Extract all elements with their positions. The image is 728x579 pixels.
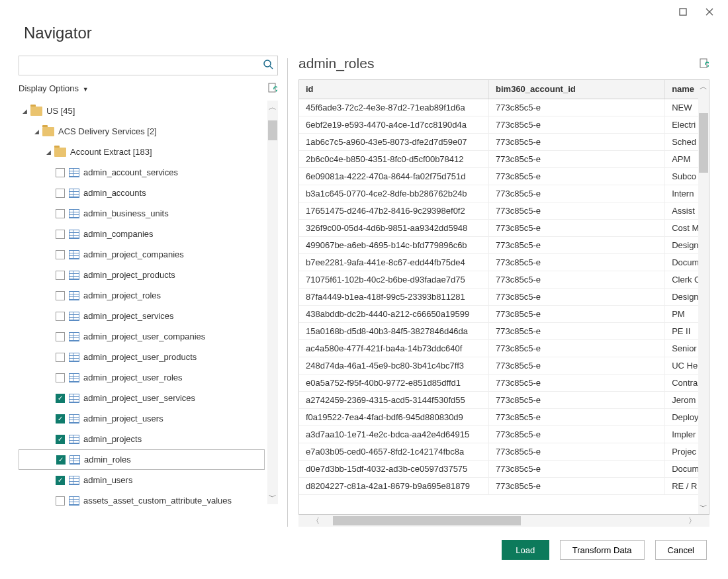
search-icon[interactable] — [263, 59, 273, 72]
grid-row[interactable]: 6ebf2e19-e593-4470-a4ce-1d7cc8190d4a773c… — [299, 116, 709, 133]
close-icon[interactable] — [696, 3, 723, 21]
grid-row[interactable]: 45f6ade3-72c2-4e3e-87d2-71eab89f1d6a773c… — [299, 99, 709, 116]
grid-row[interactable]: e7a03b05-ced0-4657-8fd2-1c42174fbc8a773c… — [299, 443, 709, 460]
refresh-tree-icon[interactable] — [267, 83, 278, 93]
checkbox[interactable] — [56, 271, 65, 280]
grid-row[interactable]: b3a1c645-0770-4ce2-8dfe-bb286762b24b773c… — [299, 185, 709, 202]
grid-row[interactable]: 248d74da-46a1-45e9-bc80-3b41c4bc7ff3773c… — [299, 357, 709, 374]
tree-label: admin_project_companies — [83, 249, 184, 259]
checkbox[interactable] — [56, 332, 65, 341]
checkbox[interactable] — [56, 209, 65, 218]
tree-item-admin_project_companies[interactable]: admin_project_companies — [19, 244, 265, 265]
checkbox[interactable] — [56, 373, 65, 382]
maximize-icon[interactable] — [670, 3, 696, 21]
table-icon — [69, 476, 79, 485]
tree-folder-us[interactable]: ◢US [45] — [19, 101, 265, 121]
grid-row[interactable]: 71075f61-102b-40c2-b6be-d93fadae7d75773c… — [299, 271, 709, 288]
cell-id: d0e7d3bb-15df-4032-ad3b-ce0597d37575 — [299, 460, 489, 477]
checkbox[interactable] — [56, 250, 65, 259]
grid-row[interactable]: 326f9c00-05d4-4d6b-9851-aa9342dd5948773c… — [299, 219, 709, 236]
tree-item-admin_project_roles[interactable]: admin_project_roles — [19, 285, 265, 306]
tree-item-admin_account_services[interactable]: admin_account_services — [19, 162, 265, 183]
search-input[interactable] — [23, 60, 263, 71]
tree-folder-account-extract[interactable]: ◢Account Extract [183] — [19, 142, 265, 162]
scroll-up-icon[interactable]: ︿ — [700, 80, 707, 94]
checkbox[interactable] — [56, 435, 65, 444]
tree-folder-acs[interactable]: ◢ACS Delivery Services [2] — [19, 121, 265, 142]
dialog-header: Navigator — [0, 24, 728, 50]
column-header-account[interactable]: bim360_account_id — [489, 80, 665, 99]
checkbox[interactable] — [56, 291, 65, 300]
checkbox[interactable] — [56, 394, 65, 403]
cancel-button[interactable]: Cancel — [655, 540, 707, 560]
grid-vertical-scrollbar[interactable]: ︿ ﹀ — [698, 80, 709, 514]
tree-item-admin_roles[interactable]: admin_roles — [19, 449, 265, 470]
tree-item-admin_project_user_products[interactable]: admin_project_user_products — [19, 347, 265, 367]
grid-row[interactable]: d8204227-c81a-42a1-8679-b9a695e81879773c… — [299, 477, 709, 494]
grid-row[interactable]: f0a19522-7ea4-4fad-bdf6-945d880830d9773c… — [299, 408, 709, 425]
scroll-right-icon[interactable]: 〉 — [675, 515, 709, 527]
scroll-up-icon[interactable]: ︿ — [269, 101, 277, 114]
grid-row[interactable]: 15a0168b-d5d8-40b3-84f5-3827846d46da773c… — [299, 322, 709, 339]
grid-row[interactable]: a3d7aa10-1e71-4e2c-bdca-aa42e4d64915773c… — [299, 425, 709, 443]
grid-row[interactable]: 1ab6c7c5-a960-43e5-8073-dfe2d7d59e07773c… — [299, 133, 709, 150]
scroll-down-icon[interactable]: ﹀ — [269, 490, 277, 504]
panel-divider — [287, 58, 288, 527]
tree-item-admin_project_products[interactable]: admin_project_products — [19, 265, 265, 285]
checkbox[interactable] — [56, 476, 65, 485]
cell-account: 773c85c5-e — [489, 150, 665, 167]
scrollbar-thumb[interactable] — [333, 516, 521, 525]
transform-data-button[interactable]: Transform Data — [560, 540, 645, 560]
checkbox[interactable] — [56, 455, 66, 465]
tree-item-admin_accounts[interactable]: admin_accounts — [19, 183, 265, 203]
expand-arrow-icon[interactable]: ◢ — [23, 108, 30, 114]
tree-item-admin_project_services[interactable]: admin_project_services — [19, 306, 265, 326]
cell-account: 773c85c5-e — [489, 236, 665, 253]
checkbox[interactable] — [56, 414, 65, 423]
load-button[interactable]: Load — [502, 540, 549, 560]
tree-item-admin_project_users[interactable]: admin_project_users — [19, 408, 265, 429]
tree-item-admin_project_user_roles[interactable]: admin_project_user_roles — [19, 367, 265, 388]
tree-item-admin_users[interactable]: admin_users — [19, 470, 265, 490]
grid-row[interactable]: 6e09081a-4222-470a-8644-fa02f75d751d773c… — [299, 167, 709, 185]
tree-scrollbar[interactable]: ︿ ﹀ — [267, 101, 278, 504]
grid-row[interactable]: 2b6c0c4e-b850-4351-8fc0-d5cf00b78412773c… — [299, 150, 709, 167]
column-header-id[interactable]: id — [299, 80, 489, 99]
scrollbar-thumb[interactable] — [268, 120, 277, 140]
grid-row[interactable]: 438abddb-dc2b-4440-a212-c66650a19599773c… — [299, 305, 709, 322]
scroll-left-icon[interactable]: 〈 — [298, 515, 333, 527]
grid-horizontal-scrollbar[interactable]: 〈 〉 — [298, 515, 709, 527]
cell-account: 773c85c5-e — [489, 288, 665, 305]
tree-item-admin_projects[interactable]: admin_projects — [19, 429, 265, 449]
tree-label: admin_project_roles — [83, 290, 161, 300]
checkbox[interactable] — [56, 496, 65, 506]
svg-line-4 — [270, 66, 273, 69]
grid-row[interactable]: a2742459-2369-4315-acd5-3144f530fd55773c… — [299, 391, 709, 408]
data-grid: id bim360_account_id name 45f6ade3-72c2-… — [298, 79, 709, 515]
grid-row[interactable]: 17651475-d246-47b2-8416-9c29398ef0f2773c… — [299, 202, 709, 219]
expand-arrow-icon[interactable]: ◢ — [34, 128, 42, 135]
tree-item-admin_companies[interactable]: admin_companies — [19, 224, 265, 244]
tree-item-assets_asset_custom_attribute_values[interactable]: assets_asset_custom_attribute_values — [19, 490, 265, 511]
checkbox[interactable] — [56, 168, 65, 177]
grid-row[interactable]: 499067be-a6eb-4695-b14c-bfd779896c6b773c… — [299, 236, 709, 253]
scrollbar-thumb[interactable] — [699, 113, 708, 173]
display-options-dropdown[interactable]: Display Options ▼ — [19, 83, 89, 93]
tree-item-admin_project_user_companies[interactable]: admin_project_user_companies — [19, 326, 265, 347]
grid-row[interactable]: d0e7d3bb-15df-4032-ad3b-ce0597d37575773c… — [299, 460, 709, 477]
checkbox[interactable] — [56, 312, 65, 321]
grid-row[interactable]: e0a5a752-f95f-40b0-9772-e851d85dffd1773c… — [299, 374, 709, 391]
grid-row[interactable]: ac4a580e-477f-421f-ba4a-14b73ddc640f773c… — [299, 339, 709, 357]
checkbox[interactable] — [56, 353, 65, 362]
tree-item-admin_project_user_services[interactable]: admin_project_user_services — [19, 388, 265, 408]
search-box[interactable] — [19, 56, 278, 75]
checkbox[interactable] — [56, 230, 65, 239]
expand-arrow-icon[interactable]: ◢ — [46, 149, 54, 156]
tree-item-admin_business_units[interactable]: admin_business_units — [19, 203, 265, 224]
grid-row[interactable]: 87fa4449-b1ea-418f-99c5-23393b811281773c… — [299, 288, 709, 305]
cell-id: 1ab6c7c5-a960-43e5-8073-dfe2d7d59e07 — [299, 133, 489, 150]
grid-row[interactable]: b7ee2281-9afa-441e-8c67-edd44fb75de4773c… — [299, 253, 709, 271]
scroll-down-icon[interactable]: ﹀ — [700, 500, 707, 514]
checkbox[interactable] — [56, 189, 65, 198]
refresh-preview-icon[interactable] — [699, 58, 709, 69]
